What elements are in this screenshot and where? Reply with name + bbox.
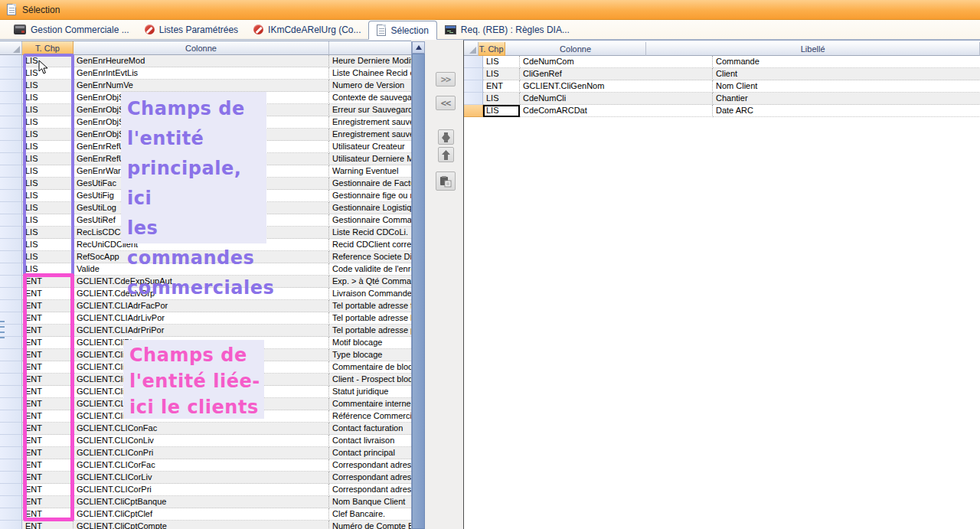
cell-lib[interactable]: Numero de Version <box>329 80 411 92</box>
right-header-libelle[interactable]: Libellé <box>646 42 980 56</box>
cell-lib[interactable]: Warning Eventuel <box>329 165 411 178</box>
row-header[interactable] <box>0 496 22 508</box>
row-header[interactable] <box>0 104 22 116</box>
cell-t[interactable]: ENT <box>483 80 520 93</box>
table-row[interactable]: LISRefSocAppReference Societe Diap <box>0 251 411 263</box>
cell-col[interactable]: GCLIENT.CliBl <box>74 349 329 361</box>
table-row[interactable]: ENTGCLIENT.CLICorPriCorrespondant adress… <box>0 484 411 496</box>
cell-col[interactable]: GCLIENT.CliCo <box>74 374 329 386</box>
cell-lib[interactable]: Gestionnaire Logistique <box>329 202 411 214</box>
cell-col[interactable]: GenEnrRefUti <box>74 141 329 153</box>
cell-t[interactable]: ENT <box>22 423 74 435</box>
row-header[interactable] <box>464 68 483 80</box>
cell-t[interactable]: LIS <box>22 239 74 251</box>
table-row[interactable]: ENTGCLIENT.CLIAdrFacPorTel portable adre… <box>0 300 411 312</box>
row-header[interactable] <box>0 227 22 239</box>
cell-t[interactable]: ENT <box>22 325 74 337</box>
cell-col[interactable]: GCLIENT.CLIConPri <box>74 447 329 459</box>
table-row[interactable]: LISCdeComARCDatDate ARC <box>464 105 980 117</box>
cell-lib[interactable]: Gestionnaire de Factura <box>329 178 411 190</box>
table-row[interactable]: ENTGCLIENT.CLIConFacContact facturation <box>0 423 411 435</box>
cell-col[interactable]: GCLIENT.CliBl <box>74 337 329 349</box>
cell-t[interactable]: LIS <box>483 105 520 117</box>
row-header[interactable] <box>0 178 22 190</box>
table-row[interactable]: ENTGCLIENT.CLICorLivCorrespondant adress… <box>0 472 411 484</box>
cell-lib[interactable]: Livraison Commande Gr <box>329 288 411 300</box>
table-row[interactable]: ENTGCLIENT.CLIConLivContact livraison <box>0 435 411 447</box>
move-up-button[interactable] <box>438 147 454 162</box>
cell-t[interactable]: LIS <box>22 263 74 276</box>
right-header-colonne[interactable]: Colonne <box>505 42 646 56</box>
table-row[interactable]: ENTGCLIENT.CLICCommentaire interne <box>0 398 411 410</box>
table-row[interactable]: LISGenEnrObjSaContexte de sauvegarde <box>0 92 411 104</box>
scrollbar-thumb[interactable] <box>412 54 425 529</box>
cell-t[interactable]: ENT <box>22 410 74 423</box>
table-row[interactable]: ENTGCLIENT.CliCoRéférence Commercial <box>0 410 411 423</box>
right-corner-cell[interactable] <box>464 42 479 56</box>
cell-col[interactable]: GCLIENT.CLIAdrFacPor <box>74 300 329 312</box>
cell-col[interactable]: GCLIENT.CdeLivGrp <box>74 288 329 300</box>
table-row[interactable]: ENTGCLIENT.CLICorFacCorrespondant adress… <box>0 459 411 472</box>
table-row[interactable]: LISRecLisCDCoLListe Recid CDCoLi. <box>0 227 411 239</box>
cell-t[interactable]: ENT <box>22 276 74 288</box>
cell-col[interactable]: GenEnrObjSa <box>74 92 329 104</box>
table-row[interactable]: LISGenEnrIntEvtLisListe Chainee Recid ev… <box>0 67 411 80</box>
row-header[interactable] <box>0 349 22 361</box>
table-row[interactable]: ENTGCLIENT.CliCptBanqueNom Banque Client <box>0 496 411 508</box>
table-row[interactable]: ENTGCLIENT.CLIAdrPriPorTel portable adre… <box>0 325 411 337</box>
table-row[interactable]: LISCdeNumComCommande <box>464 56 980 68</box>
cell-lib[interactable]: Chantier <box>713 93 980 105</box>
cell-t[interactable]: ENT <box>22 288 74 300</box>
cell-lib[interactable]: Client <box>713 68 980 80</box>
left-table-scrollbar[interactable] <box>411 41 424 529</box>
row-header[interactable] <box>0 190 22 202</box>
table-row[interactable]: LISGenEnrObjSaEnregistrement sauvega <box>0 129 411 141</box>
cell-col[interactable]: CliGenRef <box>520 68 713 80</box>
cell-col[interactable]: GenEnrIntEvtLis <box>74 67 329 80</box>
cell-col[interactable]: GCLIENT.CLIAdrLivPor <box>74 312 329 325</box>
table-row[interactable]: LISGesUtiRefGestionnaire Commande <box>0 214 411 227</box>
cell-lib[interactable]: Date ARC <box>713 105 980 117</box>
cell-t[interactable]: ENT <box>22 521 74 529</box>
table-row[interactable]: ENTGCLIENT.CdeLivGrpLivraison Commande G… <box>0 288 411 300</box>
row-header[interactable] <box>0 337 22 349</box>
cell-lib[interactable]: Code validite de l'enregi <box>329 263 411 276</box>
table-row[interactable]: LISRecUniCDClientRecid CDClient correspo <box>0 239 411 251</box>
cell-lib[interactable]: Enregistrement sauvega <box>329 116 411 129</box>
cell-lib[interactable]: Statut juridique <box>329 386 411 398</box>
cell-lib[interactable]: Commentaire de blocage <box>329 361 411 374</box>
cell-col[interactable]: RecLisCDCoL <box>74 227 329 239</box>
cell-lib[interactable]: Tel portable adresse pri <box>329 325 411 337</box>
cell-t[interactable]: LIS <box>22 190 74 202</box>
window-edge-grip[interactable] <box>0 331 5 333</box>
table-row[interactable]: ENTGCLIENT.CliCptCompteNuméro de Compte … <box>0 521 411 529</box>
cell-lib[interactable]: Exp. > à Qté Commandé <box>329 276 411 288</box>
cell-col[interactable]: GenEnrWarnin <box>74 165 329 178</box>
cell-t[interactable]: LIS <box>22 165 74 178</box>
row-header[interactable] <box>0 288 22 300</box>
cell-col[interactable]: GCLIENT.CLICorLiv <box>74 472 329 484</box>
remove-all-button[interactable]: << <box>436 96 456 110</box>
table-row[interactable]: ENTGCLIENT.CliGenNomNom Client <box>464 80 980 93</box>
cell-lib[interactable]: Commande <box>713 56 980 68</box>
scroll-up-button[interactable] <box>412 41 425 54</box>
row-header[interactable] <box>0 374 22 386</box>
cell-col[interactable]: GenEnrObjSa <box>74 104 329 116</box>
cell-col[interactable]: GesUtiLog <box>74 202 329 214</box>
row-header[interactable] <box>0 263 22 276</box>
table-row[interactable]: ENTGCLIENT.CLIAdrLivPorTel portable adre… <box>0 312 411 325</box>
row-header[interactable] <box>0 67 22 80</box>
cell-t[interactable]: ENT <box>22 435 74 447</box>
cell-t[interactable]: ENT <box>22 349 74 361</box>
table-row[interactable]: ENTGCLIENT.CdeExpSupAutExp. > à Qté Comm… <box>0 276 411 288</box>
cell-col[interactable]: GCLIENT.CLIAdrPriPor <box>74 325 329 337</box>
cell-t[interactable]: LIS <box>22 214 74 227</box>
table-row[interactable]: LISGenEnrHeureModHeure Derniere Modif <box>0 55 411 67</box>
cell-lib[interactable]: Recid CDClient correspo <box>329 239 411 251</box>
table-row[interactable]: LISGenEnrRefUtiUtilisateur Derniere Mod <box>0 153 411 165</box>
cell-lib[interactable]: Heure Derniere Modif <box>329 55 411 67</box>
cell-t[interactable]: LIS <box>22 202 74 214</box>
cell-col[interactable]: GenEnrHeureMod <box>74 55 329 67</box>
row-header[interactable] <box>0 521 22 529</box>
table-row[interactable]: LISGenEnrObjSaErreur sur Sauvegarde c <box>0 104 411 116</box>
